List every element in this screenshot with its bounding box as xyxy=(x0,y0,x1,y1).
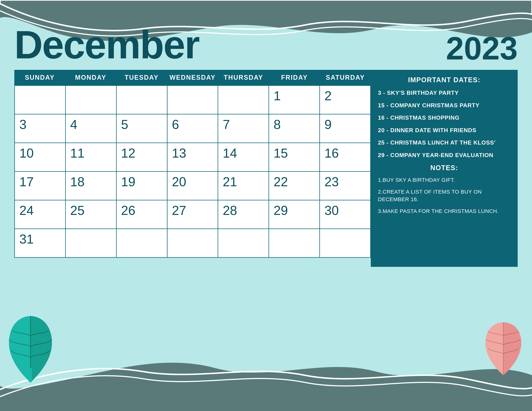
calendar-cell-18: 18 xyxy=(66,172,117,200)
day-monday: MONDAY xyxy=(65,70,116,85)
calendar-cell-23: 23 xyxy=(320,172,371,200)
calendar-cell-16: 16 xyxy=(320,143,371,172)
calendar-cell-17: 17 xyxy=(15,172,66,200)
calendar-cell-24: 24 xyxy=(15,200,66,229)
calendar-cell-13: 13 xyxy=(168,143,218,172)
sidebar: IMPORTANT DATES: 3 - SKY'S BIRTHDAY PART… xyxy=(371,70,518,267)
day-friday: FRIDAY xyxy=(269,70,320,85)
day-wednesday: WEDNESDAY xyxy=(167,70,218,85)
calendar-cell-4: 4 xyxy=(66,114,117,143)
calendar-cell-29: 29 xyxy=(269,200,320,229)
calendar-cell-empty xyxy=(66,229,117,258)
calendar-cell-6: 6 xyxy=(168,114,218,143)
calendar-cell-3: 3 xyxy=(15,114,66,143)
calendar-cell-empty xyxy=(218,229,269,258)
notes-header: NOTES: xyxy=(378,164,511,172)
calendar-cell-10: 10 xyxy=(15,143,66,172)
calendar-cell-22: 22 xyxy=(269,172,320,200)
note-3: 3.MAKE PASTA FOR THE CHRISTMAS LUNCH. xyxy=(378,207,511,215)
calendar-cell-30: 30 xyxy=(320,200,371,229)
calendar-cell-2: 2 xyxy=(320,86,371,114)
calendar-cell-11: 11 xyxy=(66,143,117,172)
calendar-grid: 1 2 3 4 5 6 7 8 9 10 11 12 13 14 15 16 1… xyxy=(14,85,371,258)
calendar-cell-28: 28 xyxy=(218,200,269,229)
calendar-cell-empty xyxy=(320,229,371,258)
calendar-cell-empty xyxy=(168,86,218,114)
important-date-3: 16 - CHRISTMAS SHOPPING xyxy=(378,114,511,121)
calendar-cell-7: 7 xyxy=(218,114,269,143)
calendar-cell-9: 9 xyxy=(320,114,371,143)
important-dates-header: IMPORTANT DATES: xyxy=(378,76,511,84)
calendar-cell-27: 27 xyxy=(168,200,218,229)
calendar-cell-1: 1 xyxy=(269,86,320,114)
calendar-cell-25: 25 xyxy=(66,200,117,229)
calendar-cell-empty xyxy=(269,229,320,258)
calendar-cell-empty xyxy=(66,86,117,114)
month-title: December xyxy=(14,25,199,65)
note-1: 1.BUY SKY A BIRTHDAY GIFT. xyxy=(378,176,511,184)
important-date-4: 20 - DINNER DATE WITH FRIENDS xyxy=(378,127,511,134)
calendar-cell-empty xyxy=(218,86,269,114)
day-tuesday: TUESDAY xyxy=(116,70,167,85)
note-2: 2.CREATE A LIST OF ITEMS TO BUY ON DECEM… xyxy=(378,188,511,203)
day-sunday: SUNDAY xyxy=(14,70,65,85)
calendar-cell-31: 31 xyxy=(15,229,66,258)
calendar-cell-empty xyxy=(168,229,218,258)
calendar-cell-21: 21 xyxy=(218,172,269,200)
year-title: 2023 xyxy=(446,32,518,65)
day-saturday: SATURDAY xyxy=(320,70,371,85)
teal-leaf-decoration xyxy=(5,314,56,382)
important-date-5: 25 - CHRISTMAS LUNCH AT THE KLOSS' xyxy=(378,139,511,147)
calendar-cell-15: 15 xyxy=(269,143,320,172)
calendar-cell-5: 5 xyxy=(117,114,168,143)
main-layout: SUNDAY MONDAY TUESDAY WEDNESDAY THURSDAY… xyxy=(14,70,518,267)
calendar-cell-20: 20 xyxy=(168,172,218,200)
calendar-cell-14: 14 xyxy=(218,143,269,172)
calendar-cell-empty xyxy=(117,229,168,258)
pink-leaf-decoration xyxy=(482,321,525,375)
calendar-section: SUNDAY MONDAY TUESDAY WEDNESDAY THURSDAY… xyxy=(14,70,371,258)
header: December 2023 xyxy=(14,11,518,65)
important-date-2: 15 - COMPANY CHRISTMAS PARTY xyxy=(378,102,511,109)
important-date-1: 3 - SKY'S BIRTHDAY PARTY xyxy=(378,89,511,97)
svg-rect-1 xyxy=(29,368,32,382)
important-date-6: 29 - COMPANY YEAR-END EVALUATION xyxy=(378,151,511,159)
calendar-cell-8: 8 xyxy=(269,114,320,143)
calendar-cell-empty xyxy=(117,86,168,114)
calendar-cell-19: 19 xyxy=(117,172,168,200)
calendar-cell-12: 12 xyxy=(117,143,168,172)
calendar-cell-26: 26 xyxy=(117,200,168,229)
page-content: December 2023 SUNDAY MONDAY TUESDAY WEDN… xyxy=(0,0,532,274)
days-header: SUNDAY MONDAY TUESDAY WEDNESDAY THURSDAY… xyxy=(14,70,371,85)
calendar-cell-empty xyxy=(15,86,66,114)
day-thursday: THURSDAY xyxy=(218,70,269,85)
